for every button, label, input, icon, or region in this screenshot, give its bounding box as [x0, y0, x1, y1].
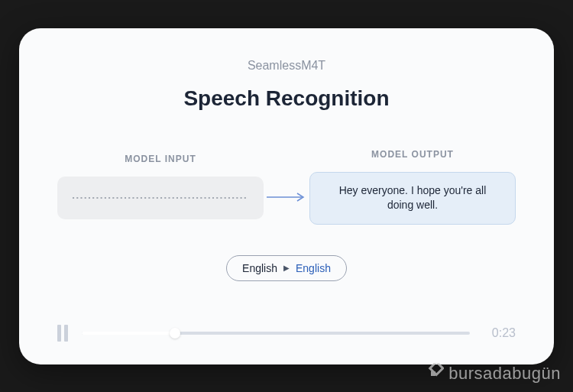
- media-player: 0:23: [57, 306, 516, 342]
- output-label: MODEL OUTPUT: [371, 149, 454, 160]
- progress-track[interactable]: [82, 332, 470, 335]
- progress-thumb[interactable]: [170, 328, 180, 339]
- time-display: 0:23: [484, 326, 516, 340]
- page-title: Speech Recognition: [57, 86, 516, 111]
- input-column: MODEL INPUT: [57, 154, 264, 219]
- demo-card: SeamlessM4T Speech Recognition MODEL INP…: [19, 28, 554, 364]
- watermark-text: bursadabugün: [448, 364, 561, 384]
- play-triangle-icon: ▶: [283, 264, 290, 272]
- pause-icon: [64, 325, 68, 342]
- waveform-icon: [73, 190, 248, 206]
- watermark: bursadabugün: [422, 363, 561, 384]
- pause-button[interactable]: [57, 325, 68, 342]
- arrow-wrap: [264, 191, 309, 203]
- watermark-logo-icon: [422, 363, 444, 384]
- progress-fill: [82, 332, 175, 335]
- language-pill[interactable]: English ▶ English: [226, 255, 347, 281]
- audio-input-box: [57, 177, 264, 219]
- pause-icon: [57, 325, 61, 342]
- svg-rect-3: [431, 371, 435, 376]
- output-text-box: Hey everyone. I hope you're all doing we…: [309, 172, 516, 225]
- language-target: English: [296, 262, 331, 274]
- output-column: MODEL OUTPUT Hey everyone. I hope you're…: [309, 149, 516, 225]
- product-subtitle: SeamlessM4T: [57, 59, 516, 73]
- input-label: MODEL INPUT: [125, 154, 196, 164]
- io-row: MODEL INPUT MODEL OUTPUT Hey everyone. I…: [57, 149, 516, 225]
- language-source: English: [242, 262, 277, 274]
- arrow-right-icon: [265, 191, 308, 203]
